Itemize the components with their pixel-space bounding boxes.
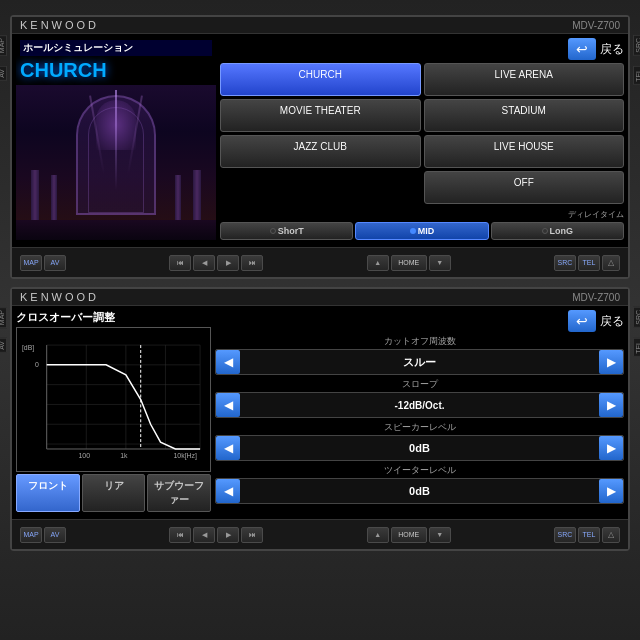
live-arena-btn[interactable]: LIVE ARENA (424, 63, 625, 96)
svg-text:0: 0 (35, 361, 39, 368)
bottom-left-side-labels: MAP AV (0, 307, 7, 353)
live-house-btn[interactable]: LIVE HOUSE (424, 135, 625, 168)
bottom-unit: KENWOOD MDV-Z700 クロスオーバー調整 (10, 287, 630, 551)
top-unit: KENWOOD MDV-Z700 ホールシミュレーション CHURCH (10, 15, 630, 279)
prev-prev-btn[interactable]: ⏮ (169, 255, 191, 271)
bottom-brand-label: KENWOOD (20, 291, 99, 303)
bottom-prev-prev-btn[interactable]: ⏮ (169, 527, 191, 543)
bottom-tel-side[interactable]: TEL (633, 338, 640, 357)
delay-section: ディレイタイム ShorT MID (220, 209, 624, 240)
bottom-home-control: ▲ HOME ▼ (367, 527, 451, 543)
home-up-btn[interactable]: ▲ (367, 255, 389, 271)
bottom-eject-btn[interactable]: △ (602, 527, 620, 543)
cutoff-right-btn[interactable]: ▶ (599, 350, 623, 374)
tweeter-level-control: ◀ 0dB ▶ (215, 478, 624, 504)
crossover-graph: [dB] 0 100 1k 10k[Hz] (16, 327, 211, 472)
crossover-tabs: フロント リア サブウーファー (16, 474, 211, 512)
speaker-left-btn[interactable]: ◀ (216, 436, 240, 460)
bottom-right-side-labels: SRC TEL (633, 307, 640, 357)
graph-svg: [dB] 0 100 1k 10k[Hz] (17, 328, 210, 471)
church-image (16, 85, 216, 240)
bottom-map-btn[interactable]: MAP (20, 527, 42, 543)
stadium-btn[interactable]: STADIUM (424, 99, 625, 132)
tweeter-level-group: ツイーターレベル ◀ 0dB ▶ (215, 464, 624, 504)
tweeter-level-label: ツイーターレベル (215, 464, 624, 477)
short-label: ShorT (278, 226, 304, 236)
bottom-next-next-btn[interactable]: ⏭ (241, 527, 263, 543)
eject-btn[interactable]: △ (602, 255, 620, 271)
tel-btn[interactable]: TEL (578, 255, 600, 271)
home-down-btn[interactable]: ▼ (429, 255, 451, 271)
playback-controls: ⏮ ◀ ▶ ⏭ (169, 255, 263, 271)
jazz-club-btn[interactable]: JAZZ CLUB (220, 135, 421, 168)
svg-rect-0 (17, 335, 210, 464)
bottom-playback-controls: ⏮ ◀ ▶ ⏭ (169, 527, 263, 543)
top-header: KENWOOD MDV-Z700 (12, 17, 628, 34)
bottom-back-btn[interactable]: ↩ 戻る (215, 310, 624, 332)
src-btn[interactable]: SRC (554, 255, 576, 271)
speaker-level-control: ◀ 0dB ▶ (215, 435, 624, 461)
bottom-next-btn[interactable]: ▶ (217, 527, 239, 543)
long-label: LonG (550, 226, 574, 236)
home-btn[interactable]: HOME (391, 255, 427, 271)
bottom-up-btn[interactable]: ▲ (367, 527, 389, 543)
model-label: MDV-Z700 (572, 20, 620, 31)
bottom-right-controls: SRC TEL △ (554, 527, 620, 543)
front-tab[interactable]: フロント (16, 474, 80, 512)
next-btn[interactable]: ▶ (217, 255, 239, 271)
short-dot (270, 228, 276, 234)
cutoff-label: カットオフ周波数 (215, 335, 624, 348)
slope-left-btn[interactable]: ◀ (216, 393, 240, 417)
map-side-label[interactable]: MAP (0, 35, 7, 56)
crossover-title: クロスオーバー調整 (16, 310, 211, 325)
bottom-prev-btn[interactable]: ◀ (193, 527, 215, 543)
back-button[interactable]: ↩ 戻る (220, 38, 624, 60)
subwoofer-tab[interactable]: サブウーファー (147, 474, 211, 512)
tel-side-label[interactable]: TEL (633, 66, 640, 85)
delay-label: ディレイタイム (568, 209, 624, 220)
movie-theater-btn[interactable]: MOVIE THEATER (220, 99, 421, 132)
long-btn[interactable]: LonG (491, 222, 624, 240)
tweeter-right-btn[interactable]: ▶ (599, 479, 623, 503)
bottom-av-btn[interactable]: AV (44, 527, 66, 543)
speaker-level-group: スピーカーレベル ◀ 0dB ▶ (215, 421, 624, 461)
tweeter-left-btn[interactable]: ◀ (216, 479, 240, 503)
bottom-down-btn[interactable]: ▼ (429, 527, 451, 543)
bottom-map-side[interactable]: MAP (0, 307, 7, 328)
slope-right-btn[interactable]: ▶ (599, 393, 623, 417)
settings-panel: ↩ 戻る カットオフ周波数 ◀ スルー ▶ (215, 310, 624, 512)
back-arrow-icon: ↩ (568, 38, 596, 60)
left-side-controls: MAP AV (20, 255, 66, 271)
short-btn[interactable]: ShorT (220, 222, 353, 240)
bottom-src-side[interactable]: SRC (633, 307, 640, 328)
bottom-av-side[interactable]: AV (0, 338, 7, 353)
cutoff-left-btn[interactable]: ◀ (216, 350, 240, 374)
right-controls: SRC TEL △ (554, 255, 620, 271)
venue-menu-grid: CHURCH LIVE ARENA MOVIE THEATER STADIUM … (220, 63, 624, 204)
mid-delay-btn[interactable]: MID (355, 222, 488, 240)
speaker-right-btn[interactable]: ▶ (599, 436, 623, 460)
map-btn[interactable]: MAP (20, 255, 42, 271)
home-control: ▲ HOME ▼ (367, 255, 451, 271)
prev-btn[interactable]: ◀ (193, 255, 215, 271)
tweeter-level-value: 0dB (242, 485, 597, 497)
next-next-btn[interactable]: ⏭ (241, 255, 263, 271)
av-btn[interactable]: AV (44, 255, 66, 271)
church-btn[interactable]: CHURCH (220, 63, 421, 96)
left-panel: ホールシミュレーション CHURCH (16, 38, 216, 240)
screen-content-bottom: クロスオーバー調整 (12, 306, 628, 516)
church-interior (16, 85, 216, 240)
bottom-back-label: 戻る (600, 313, 624, 330)
av-side-label[interactable]: AV (0, 66, 7, 81)
bottom-tel-btn[interactable]: TEL (578, 527, 600, 543)
svg-text:100: 100 (79, 452, 91, 459)
off-btn[interactable]: OFF (424, 171, 625, 204)
src-side-label[interactable]: SRC (633, 35, 640, 56)
speaker-level-value: 0dB (242, 442, 597, 454)
rear-tab[interactable]: リア (82, 474, 146, 512)
bottom-src-btn[interactable]: SRC (554, 527, 576, 543)
bottom-home-btn[interactable]: HOME (391, 527, 427, 543)
bottom-header: KENWOOD MDV-Z700 (12, 289, 628, 306)
cutoff-control: ◀ スルー ▶ (215, 349, 624, 375)
bottom-unit-strip: MAP AV ⏮ ◀ ▶ ⏭ ▲ HOME ▼ (12, 519, 628, 549)
